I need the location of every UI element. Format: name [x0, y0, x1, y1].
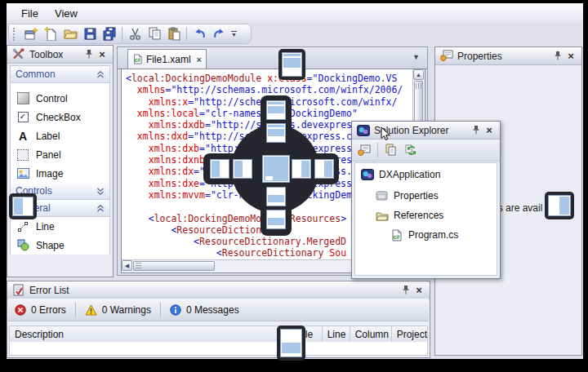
- properties-close-button[interactable]: ×: [564, 50, 577, 62]
- scroll-left-button[interactable]: ◀: [122, 260, 132, 271]
- svg-text:c#: c#: [135, 57, 141, 63]
- new-file-button[interactable]: [41, 25, 60, 42]
- solution-explorer-pin-button[interactable]: [470, 124, 483, 136]
- errors-counter-button[interactable]: 0 Errors: [15, 304, 66, 316]
- close-icon: ×: [416, 285, 422, 295]
- solution-explorer-icon: [356, 124, 370, 137]
- paste-button[interactable]: [164, 25, 184, 42]
- toolbox-close-button[interactable]: ×: [96, 48, 109, 60]
- dock-hint-right[interactable]: [545, 192, 574, 219]
- toolbar-row: ▼: [7, 23, 583, 45]
- error-icon: [15, 304, 26, 316]
- copy-button[interactable]: [145, 25, 164, 42]
- save-all-icon: [103, 27, 117, 41]
- toolbox-pin-button[interactable]: [82, 48, 96, 60]
- csharp-file-icon: c#: [390, 228, 403, 241]
- dock-hint-left[interactable]: [9, 193, 37, 219]
- dock-cross-left-outer[interactable]: [210, 159, 229, 179]
- save-button[interactable]: [80, 25, 100, 42]
- label-icon: A: [16, 130, 30, 143]
- error-list-title-bar[interactable]: Error List ×: [7, 281, 430, 299]
- undo-button[interactable]: [189, 25, 209, 42]
- dock-cross-bottom-outer[interactable]: [266, 210, 286, 229]
- toolbar-separator: [122, 27, 122, 41]
- properties-title-bar[interactable]: Properties ×: [435, 47, 581, 65]
- dock-cross-left-inner[interactable]: [233, 159, 252, 179]
- refresh-button[interactable]: [403, 142, 419, 158]
- pin-icon: [85, 49, 93, 60]
- dock-cross-top-outer[interactable]: [266, 100, 286, 120]
- refresh-icon: [404, 144, 417, 157]
- toolbox-item-panel[interactable]: Panel: [11, 145, 109, 164]
- column-project[interactable]: Project: [392, 326, 427, 342]
- properties-pin-button[interactable]: [551, 50, 564, 62]
- chevron-double-down-icon: [96, 187, 105, 196]
- tree-item-label: Program.cs: [408, 229, 458, 241]
- new-project-button[interactable]: [21, 25, 41, 42]
- tree-item-label: References: [394, 210, 443, 221]
- close-icon: ×: [486, 125, 492, 135]
- error-list-close-button[interactable]: ×: [412, 284, 425, 296]
- tab-file1-xaml[interactable]: c# File1.xaml ×: [127, 49, 207, 69]
- dock-cross-top-inner[interactable]: [266, 123, 286, 143]
- solution-explorer-close-button[interactable]: ×: [483, 124, 496, 136]
- toolbox-title-bar[interactable]: Toolbox ×: [7, 46, 113, 64]
- tree-item-program-cs[interactable]: c# Program.cs: [390, 227, 458, 243]
- references-folder-icon: [375, 209, 389, 222]
- messages-count: 0 Messages: [186, 304, 239, 316]
- up-arrow-icon: ▲: [416, 72, 421, 78]
- tree-item-properties[interactable]: Properties: [375, 188, 439, 204]
- menu-view[interactable]: View: [47, 6, 86, 21]
- toolbox-panel: Toolbox × Common Control ✓ CheckBox: [7, 45, 114, 277]
- save-all-button[interactable]: [100, 25, 119, 42]
- toolbox-item-label[interactable]: A Label: [11, 126, 109, 145]
- chevron-double-up-icon: [96, 70, 105, 79]
- toolbox-item-image[interactable]: Image: [11, 164, 109, 183]
- column-line[interactable]: Line: [323, 326, 350, 342]
- dock-left-glyph: [12, 197, 33, 216]
- tab-strip: c# File1.xaml × ▼: [118, 47, 427, 69]
- error-list-pin-button[interactable]: [399, 284, 412, 296]
- control-icon: [16, 92, 30, 105]
- warnings-counter-button[interactable]: 0 Warnings: [85, 304, 151, 316]
- tree-item-references[interactable]: References: [375, 207, 443, 224]
- horizontal-scroll-thumb[interactable]: [133, 261, 215, 271]
- dock-cross-right-inner[interactable]: [292, 159, 311, 179]
- toolbox-item-shape[interactable]: Shape: [11, 236, 109, 255]
- toolbox-item-control[interactable]: Control: [11, 89, 109, 108]
- dock-cross-right-outer[interactable]: [314, 159, 334, 179]
- redo-button[interactable]: [209, 25, 229, 42]
- toolbar-overflow-button[interactable]: ▼: [231, 31, 237, 37]
- tree-item-dxapplication[interactable]: DXApplication: [360, 166, 440, 183]
- dock-hint-bottom[interactable]: [277, 326, 305, 361]
- menu-file[interactable]: File: [13, 6, 47, 21]
- open-button[interactable]: [60, 25, 80, 42]
- error-list-body: [9, 342, 428, 356]
- solution-explorer-title-bar[interactable]: Solution Explorer ×: [352, 122, 500, 140]
- tab-close-icon[interactable]: ×: [197, 55, 202, 64]
- undo-icon: [193, 27, 207, 41]
- close-icon: ×: [99, 49, 105, 60]
- toolbox-item-checkbox[interactable]: ✓ CheckBox: [11, 108, 109, 126]
- solution-explorer-window: Solution Explorer × DXAp: [351, 121, 501, 279]
- dock-hint-top[interactable]: [278, 49, 305, 80]
- copy-icon: [148, 27, 162, 41]
- document-list-dropdown[interactable]: ▼: [412, 54, 420, 61]
- messages-counter-button[interactable]: 0 Messages: [170, 304, 239, 316]
- cut-button[interactable]: [125, 25, 145, 42]
- column-description[interactable]: Description: [10, 326, 292, 342]
- errors-count: 0 Errors: [31, 304, 66, 316]
- toolbox-item-line[interactable]: Line: [11, 217, 109, 236]
- properties-window-button[interactable]: [356, 142, 372, 158]
- scroll-up-button[interactable]: ▲: [413, 69, 424, 80]
- properties-title: Properties: [457, 51, 502, 62]
- dock-cross-center[interactable]: [262, 155, 290, 183]
- checkbox-icon: ✓: [16, 111, 30, 124]
- toolbox-group-common[interactable]: Common: [11, 66, 109, 83]
- pin-icon: [402, 285, 410, 295]
- column-column[interactable]: Column: [350, 326, 392, 342]
- dock-top-glyph: [282, 52, 302, 77]
- properties-node-icon: [375, 189, 389, 202]
- toolbar-grip[interactable]: [13, 28, 17, 41]
- dock-cross-bottom-inner[interactable]: [266, 187, 286, 206]
